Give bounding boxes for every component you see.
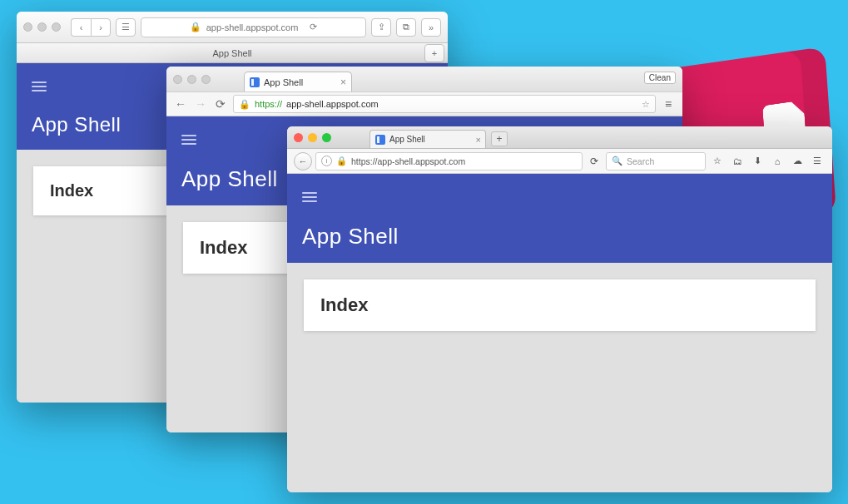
pocket-icon[interactable]: ☁ [789, 156, 806, 166]
url-text: app-shell.appspot.com [206, 22, 299, 32]
menu-icon[interactable] [302, 192, 317, 202]
tab-label[interactable]: App Shell [212, 48, 251, 58]
library-icon[interactable]: 🗂 [729, 156, 746, 166]
lock-icon: 🔒 [336, 156, 347, 166]
menu-icon[interactable] [181, 135, 196, 145]
back-button[interactable]: ← [173, 97, 188, 111]
chrome-address-bar[interactable]: 🔒 https://app-shell.appspot.com ☆ [233, 95, 656, 113]
svg-rect-1 [251, 79, 254, 86]
svg-rect-3 [377, 136, 379, 143]
overflow-button[interactable]: » [421, 18, 441, 37]
close-window-button[interactable] [23, 22, 32, 32]
firefox-toolbar: ← i 🔒 https://app-shell.appspot.com ⟳ 🔍 … [287, 149, 832, 174]
tab-label: App Shell [264, 77, 303, 87]
bookmark-star-icon[interactable]: ☆ [709, 156, 726, 166]
share-button[interactable]: ⇪ [371, 18, 391, 37]
close-window-button[interactable] [173, 75, 182, 84]
minimize-window-button[interactable] [187, 75, 196, 84]
reload-icon[interactable]: ⟳ [310, 22, 317, 32]
favicon-icon [375, 135, 385, 145]
new-tab-button[interactable]: + [491, 131, 508, 146]
search-placeholder: Search [627, 156, 654, 166]
firefox-window: App Shell × + ← i 🔒 https://app-shell.ap… [287, 126, 832, 492]
reload-button[interactable]: ⟳ [586, 156, 603, 167]
svg-rect-0 [250, 77, 260, 87]
back-button[interactable]: ‹ [71, 18, 91, 37]
close-tab-icon[interactable]: × [476, 135, 481, 145]
tabs-button[interactable]: ⧉ [396, 18, 416, 37]
back-button[interactable]: ← [294, 152, 312, 170]
browser-tab-active[interactable]: App Shell × [369, 130, 486, 148]
menu-icon[interactable] [32, 82, 47, 91]
safari-address-bar[interactable]: 🔒 app-shell.appspot.com ⟳ [141, 17, 366, 37]
url-text: https://app-shell.appspot.com [351, 156, 465, 166]
browser-tab-active[interactable]: App Shell × [244, 72, 352, 91]
window-controls[interactable] [173, 75, 211, 84]
firefox-menu-button[interactable]: ☰ [809, 156, 826, 166]
zoom-window-button[interactable] [322, 133, 331, 142]
close-window-button[interactable] [294, 133, 303, 142]
lock-icon: 🔒 [190, 22, 201, 32]
card-heading: Index [320, 294, 799, 316]
svg-rect-2 [375, 135, 385, 145]
reload-button[interactable]: ⟳ [213, 97, 228, 111]
firefox-address-bar[interactable]: i 🔒 https://app-shell.appspot.com [315, 152, 583, 170]
downloads-icon[interactable]: ⬇ [749, 156, 766, 166]
firefox-tabstrip: App Shell × + [287, 126, 832, 149]
firefox-viewport: App Shell Index [287, 174, 832, 492]
window-controls[interactable] [23, 22, 61, 32]
lock-icon: 🔒 [239, 99, 250, 110]
sidebar-button[interactable]: ☰ [116, 18, 136, 37]
minimize-window-button[interactable] [308, 133, 317, 142]
zoom-window-button[interactable] [201, 75, 211, 84]
search-icon: 🔍 [612, 156, 622, 166]
safari-titlebar: ‹ › ☰ 🔒 app-shell.appspot.com ⟳ ⇪ ⧉ » [17, 12, 448, 43]
home-icon[interactable]: ⌂ [769, 156, 786, 166]
clean-button[interactable]: Clean [644, 72, 676, 84]
app-header: App Shell [287, 174, 832, 263]
zoom-window-button[interactable] [52, 22, 61, 32]
url-host: app-shell.appspot.com [286, 99, 379, 109]
forward-button[interactable]: → [193, 97, 208, 111]
safari-tabbar: App Shell + [17, 43, 448, 63]
chrome-tabstrip: App Shell × Clean [166, 67, 682, 91]
window-controls[interactable] [294, 133, 331, 142]
forward-button[interactable]: › [91, 18, 111, 37]
favicon-icon [250, 77, 260, 87]
new-tab-button[interactable]: + [424, 44, 444, 62]
chrome-menu-button[interactable]: ≡ [661, 97, 676, 111]
chrome-toolbar: ← → ⟳ 🔒 https://app-shell.appspot.com ☆ … [166, 91, 682, 116]
tab-label: App Shell [389, 135, 425, 144]
site-info-icon[interactable]: i [321, 156, 332, 166]
url-scheme: https:// [255, 99, 282, 109]
bookmark-star-icon[interactable]: ☆ [642, 99, 650, 110]
app-title: App Shell [302, 224, 817, 250]
content-card: Index [304, 279, 816, 331]
close-tab-icon[interactable]: × [340, 77, 346, 88]
minimize-window-button[interactable] [37, 22, 47, 32]
search-box[interactable]: 🔍 Search [606, 152, 706, 170]
